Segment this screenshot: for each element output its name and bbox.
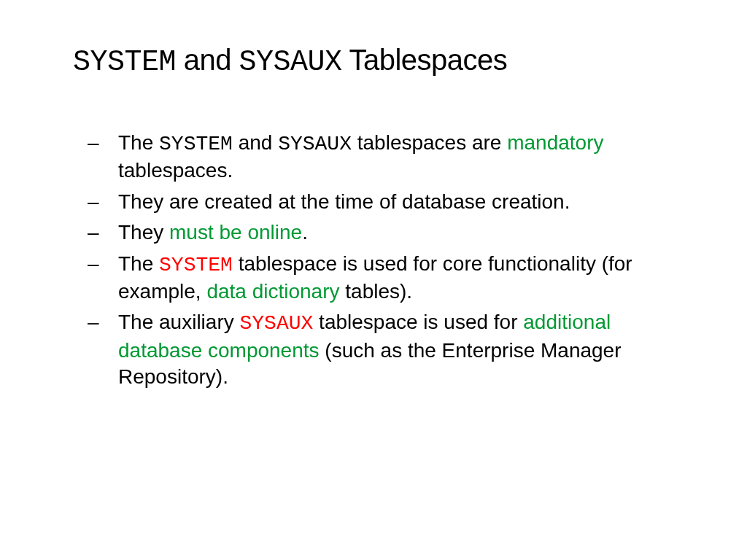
bullet-list: The SYSTEM and SYSAUX tablespaces are ma… — [73, 130, 674, 391]
bullet-text-segment: The — [118, 252, 159, 275]
bullet-text-segment: . — [302, 221, 308, 244]
bullet-text-segment: They are created at the time of database… — [118, 190, 570, 213]
bullet-text-segment: SYSTEM — [159, 133, 233, 155]
title-text-tablespaces: Tablespaces — [342, 44, 508, 76]
bullet-text-segment: and — [233, 131, 278, 154]
bullet-item: They are created at the time of database… — [88, 189, 674, 215]
bullet-text-segment: SYSAUX — [240, 312, 314, 335]
bullet-text-segment: The auxiliary — [118, 311, 240, 333]
slide: SYSTEM and SYSAUX Tablespaces The SYSTEM… — [0, 0, 747, 424]
bullet-text-segment: They — [118, 221, 169, 244]
title-code-system: SYSTEM — [73, 46, 176, 79]
bullet-text-segment: tables). — [340, 280, 413, 303]
bullet-text-segment: tablespaces. — [118, 159, 233, 182]
bullet-item: The SYSTEM tablespace is used for core f… — [88, 251, 674, 306]
bullet-text-segment: tablespace is used for — [313, 311, 523, 333]
title-text-and: and — [176, 44, 239, 76]
bullet-text-segment: mandatory — [507, 131, 603, 154]
title-code-sysaux: SYSAUX — [239, 46, 342, 79]
bullet-text-segment: tablespaces are — [352, 131, 507, 154]
bullet-item: The auxiliary SYSAUX tablespace is used … — [88, 309, 674, 390]
bullet-item: The SYSTEM and SYSAUX tablespaces are ma… — [88, 130, 674, 184]
bullet-text-segment: data dictionary — [206, 280, 339, 303]
slide-title: SYSTEM and SYSAUX Tablespaces — [73, 44, 674, 79]
bullet-text-segment: The — [118, 131, 159, 154]
bullet-text-segment: SYSAUX — [278, 133, 352, 155]
bullet-text-segment: must be online — [169, 221, 302, 244]
bullet-text-segment: SYSTEM — [159, 254, 233, 276]
bullet-item: They must be online. — [88, 219, 674, 246]
